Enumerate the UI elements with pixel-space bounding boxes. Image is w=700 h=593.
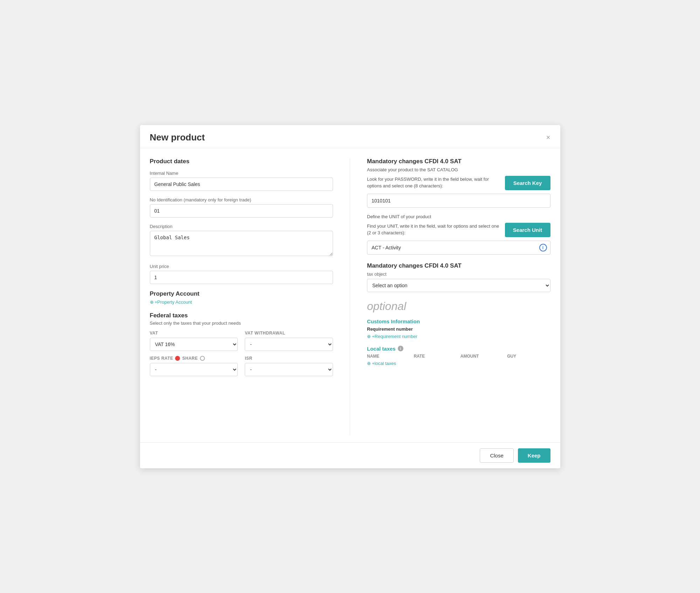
unit-price-label: Unit price — [150, 264, 333, 269]
isr-col: ISR - — [245, 356, 333, 376]
tax-object-select[interactable]: Select an option — [367, 279, 550, 292]
internal-name-input[interactable] — [150, 178, 333, 191]
description-label: Description — [150, 224, 333, 229]
ieps-select[interactable]: - — [150, 363, 238, 376]
col-amount: AMOUNT — [460, 354, 504, 359]
optional-title: optional — [367, 300, 550, 313]
modal-footer: Close Keep — [140, 442, 560, 468]
ieps-rate-radio-selected[interactable] — [175, 356, 180, 361]
vat-withdrawal-label: VAT WITHDRAWAL — [245, 331, 333, 336]
description-textarea[interactable]: Global Sales — [150, 231, 333, 256]
search-key-input[interactable] — [367, 194, 550, 208]
isr-label: ISR — [245, 356, 333, 361]
col-rate: RATE — [414, 354, 457, 359]
requirement-number-label: Requirement number — [367, 326, 550, 332]
taxes-subtitle: Select only the taxes that your product … — [150, 320, 333, 326]
customs-title: Customs Information — [367, 318, 550, 324]
local-plus-icon: ⊕ — [367, 361, 371, 366]
federal-taxes-section: Federal taxes Select only the taxes that… — [150, 312, 333, 376]
product-dates-title: Product dates — [150, 158, 333, 165]
isr-select[interactable]: - — [245, 363, 333, 376]
no-id-input[interactable] — [150, 204, 333, 218]
mandatory-title-2: Mandatory changes CFDI 4.0 SAT — [367, 262, 550, 269]
property-account-link-text: +Property Account — [155, 299, 192, 305]
col-name: NAME — [367, 354, 410, 359]
ieps-row: IEPS RATE SHARE - ISR - — [150, 356, 333, 376]
requirement-number-link-text: +Requirement number — [372, 334, 417, 339]
customs-section: Customs Information Requirement number ⊕… — [367, 318, 550, 339]
search-key-button[interactable]: Search Key — [505, 176, 550, 190]
modal-title: New product — [150, 132, 205, 143]
modal-body: Product dates Internal Name No Identific… — [140, 148, 560, 442]
modal-close-icon[interactable]: × — [546, 134, 550, 141]
unit-price-input[interactable] — [150, 271, 333, 284]
local-taxes-link-text: +local taxes — [372, 361, 396, 366]
requirement-number-link[interactable]: ⊕ +Requirement number — [367, 334, 417, 339]
left-panel: Product dates Internal Name No Identific… — [150, 158, 333, 435]
ieps-col: IEPS RATE SHARE - — [150, 356, 238, 376]
search-key-desc: Look for your PASSWORD, write it in the … — [367, 176, 500, 189]
federal-taxes-title: Federal taxes — [150, 312, 333, 319]
act-activity-input[interactable] — [367, 241, 550, 255]
property-account-section: Property Account ⊕ +Property Account — [150, 290, 333, 305]
internal-name-label: Internal Name — [150, 171, 333, 176]
vat-withdrawal-select[interactable]: - — [245, 338, 333, 351]
search-unit-button[interactable]: Search Unit — [505, 223, 550, 237]
act-activity-input-wrap: i — [367, 241, 550, 255]
property-account-title: Property Account — [150, 290, 333, 297]
tax-object-section: tax object Select an option — [367, 271, 550, 292]
keep-button[interactable]: Keep — [518, 448, 550, 463]
local-taxes-info-icon: i — [398, 346, 403, 351]
vat-withdrawal-col: VAT WITHDRAWAL - — [245, 331, 333, 351]
plus-icon: ⊕ — [150, 299, 154, 305]
local-taxes-table-header: NAME RATE AMOUNT GUY — [367, 354, 550, 359]
vat-col: VAT VAT 16% — [150, 331, 238, 351]
req-plus-icon: ⊕ — [367, 334, 371, 339]
vat-label: VAT — [150, 331, 238, 336]
description-group: Description Global Sales — [150, 224, 333, 257]
property-account-link[interactable]: ⊕ +Property Account — [150, 299, 192, 305]
local-taxes-section: Local taxes i NAME RATE AMOUNT GUY ⊕ +lo… — [367, 346, 550, 366]
new-product-modal: New product × Product dates Internal Nam… — [140, 125, 560, 468]
local-taxes-title: Local taxes — [367, 346, 396, 352]
search-unit-row: Find your UNIT, write it in the field, w… — [367, 223, 550, 237]
mandatory-section-1: Mandatory changes CFDI 4.0 SAT Associate… — [367, 158, 550, 255]
right-panel: Mandatory changes CFDI 4.0 SAT Associate… — [367, 158, 550, 435]
internal-name-group: Internal Name — [150, 171, 333, 191]
close-button[interactable]: Close — [480, 448, 513, 463]
local-taxes-link[interactable]: ⊕ +local taxes — [367, 361, 396, 366]
associate-desc: Associate your product to the SAT CATALO… — [367, 167, 550, 172]
mandatory-title-1: Mandatory changes CFDI 4.0 SAT — [367, 158, 550, 165]
local-taxes-header: Local taxes i — [367, 346, 550, 352]
ieps-rate-label: IEPS RATE — [150, 356, 173, 361]
share-label: SHARE — [182, 356, 198, 361]
modal-header: New product × — [140, 125, 560, 148]
col-guy: GUY — [507, 354, 550, 359]
share-radio[interactable] — [200, 356, 205, 361]
no-id-group: No Identification (mandatory only for fo… — [150, 197, 333, 218]
tax-object-label: tax object — [367, 271, 550, 277]
unit-price-group: Unit price — [150, 264, 333, 284]
info-icon: i — [539, 244, 547, 251]
vat-row: VAT VAT 16% VAT WITHDRAWAL - — [150, 331, 333, 351]
search-key-input-wrap — [367, 194, 550, 208]
mandatory-section-2: Mandatory changes CFDI 4.0 SAT tax objec… — [367, 262, 550, 292]
vat-select[interactable]: VAT 16% — [150, 338, 238, 351]
search-unit-desc: Find your UNIT, write it in the field, w… — [367, 223, 500, 236]
no-id-label: No Identification (mandatory only for fo… — [150, 197, 333, 202]
search-key-row: Look for your PASSWORD, write it in the … — [367, 176, 550, 190]
define-unit-desc: Define the UNIT of your product — [367, 214, 550, 219]
ieps-header-row: IEPS RATE SHARE — [150, 356, 238, 361]
panel-divider — [350, 158, 350, 435]
